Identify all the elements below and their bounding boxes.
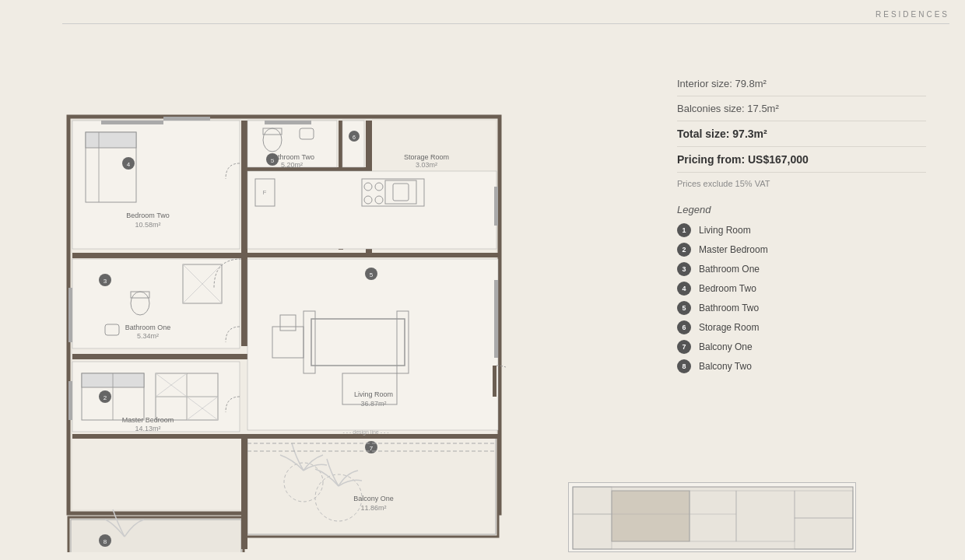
legend-item-master-bedroom: 2Master Bedroom: [677, 243, 926, 257]
svg-text:Storage Room: Storage Room: [404, 153, 449, 161]
info-panel: Interior size: 79.8m² Balconies size: 17…: [677, 78, 926, 379]
legend-item-bathroom-one: 3Bathroom One: [677, 262, 926, 276]
svg-rect-98: [493, 366, 497, 397]
legend-badge: 2: [677, 243, 691, 257]
svg-text:2: 2: [104, 394, 107, 401]
legend-item-storage-room: 6Storage Room: [677, 320, 926, 334]
legend-label: Bedroom Two: [699, 283, 756, 294]
legend-badge: 7: [677, 340, 691, 354]
header-divider: [62, 23, 949, 24]
svg-rect-26: [342, 121, 364, 167]
interior-size: Interior size: 79.8m²: [677, 78, 926, 96]
svg-text:10.58m²: 10.58m²: [135, 221, 160, 229]
svg-rect-25: [265, 121, 311, 124]
svg-text:8: 8: [104, 538, 107, 545]
svg-rect-5: [71, 520, 241, 552]
legend-badge: 8: [677, 359, 691, 373]
svg-text:Bedroom Two: Bedroom Two: [126, 212, 169, 219]
legend-badge: 3: [677, 262, 691, 276]
svg-text:3.03m²: 3.03m²: [416, 161, 437, 169]
svg-text:Bathroom Two: Bathroom Two: [269, 153, 314, 161]
header: RESIDENCES: [860, 0, 965, 26]
legend-label: Master Bedroom: [699, 244, 768, 255]
svg-rect-27: [247, 171, 497, 249]
svg-text:4: 4: [127, 161, 131, 168]
legend-badge: 6: [677, 320, 691, 334]
legend-badge: 4: [677, 282, 691, 296]
svg-text:3: 3: [104, 278, 107, 285]
svg-text:5: 5: [370, 271, 374, 278]
svg-rect-12: [72, 434, 498, 439]
svg-rect-8: [72, 253, 247, 258]
svg-rect-11: [245, 253, 498, 257]
legend-item-balcony-one: 7Balcony One: [677, 340, 926, 354]
residences-label: RESIDENCES: [876, 10, 949, 19]
total-size: Total size: 97.3m²: [677, 128, 926, 147]
svg-text:36.87m²: 36.87m²: [360, 400, 386, 408]
svg-rect-101: [68, 381, 72, 420]
legend-badge: 1: [677, 223, 691, 237]
legend-item-balcony-two: 8Balcony Two: [677, 359, 926, 373]
legend-label: Living Room: [699, 225, 751, 236]
svg-text:Living Room: Living Room: [354, 390, 393, 398]
svg-text:5.20m²: 5.20m²: [281, 161, 303, 169]
mini-floorplan-svg: [569, 483, 856, 552]
legend-list: 1Living Room2Master Bedroom3Bathroom One…: [677, 223, 926, 373]
legend-title: Legend: [677, 204, 926, 215]
legend-item-bedroom-two: 4Bedroom Two: [677, 282, 926, 296]
svg-text:- - - design line - - -: - - - design line - - -: [342, 429, 389, 436]
vat-note: Prices exclude 15% VAT: [677, 179, 926, 188]
svg-rect-63: [494, 280, 498, 358]
mini-floorplan: [568, 482, 856, 552]
svg-text:F: F: [263, 189, 267, 196]
svg-text:5.34m²: 5.34m²: [137, 332, 159, 340]
svg-text:11.86m²: 11.86m²: [360, 504, 386, 512]
svg-text:Bathroom One: Bathroom One: [125, 324, 171, 331]
svg-rect-37: [494, 187, 498, 226]
legend-badge: 5: [677, 301, 691, 315]
svg-rect-106: [612, 491, 690, 541]
svg-rect-100: [68, 288, 72, 342]
svg-rect-20: [101, 121, 163, 124]
svg-rect-13: [241, 434, 247, 549]
legend-item-living-room: 1Living Room: [677, 223, 926, 237]
floorplan-svg: F: [62, 39, 506, 552]
svg-text:6: 6: [353, 135, 356, 140]
legend-label: Bathroom One: [699, 264, 760, 275]
legend-label: Balcony Two: [699, 361, 752, 372]
svg-rect-99: [163, 117, 210, 121]
legend-label: Bathroom Two: [699, 303, 759, 313]
pricing: Pricing from: US$167,000: [677, 153, 926, 173]
svg-rect-6: [241, 121, 247, 346]
legend-label: Storage Room: [699, 322, 759, 333]
legend-item-bathroom-two: 5Bathroom Two: [677, 301, 926, 315]
svg-rect-18: [86, 132, 136, 148]
svg-rect-9: [72, 354, 247, 359]
svg-text:Balcony One: Balcony One: [353, 495, 394, 502]
svg-text:14.13m²: 14.13m²: [135, 425, 160, 432]
balconies-size: Balconies size: 17.5m²: [677, 103, 926, 121]
floorplan-container: F: [62, 39, 506, 552]
legend-label: Balcony One: [699, 341, 753, 352]
svg-text:Master Bedroom: Master Bedroom: [122, 416, 174, 424]
